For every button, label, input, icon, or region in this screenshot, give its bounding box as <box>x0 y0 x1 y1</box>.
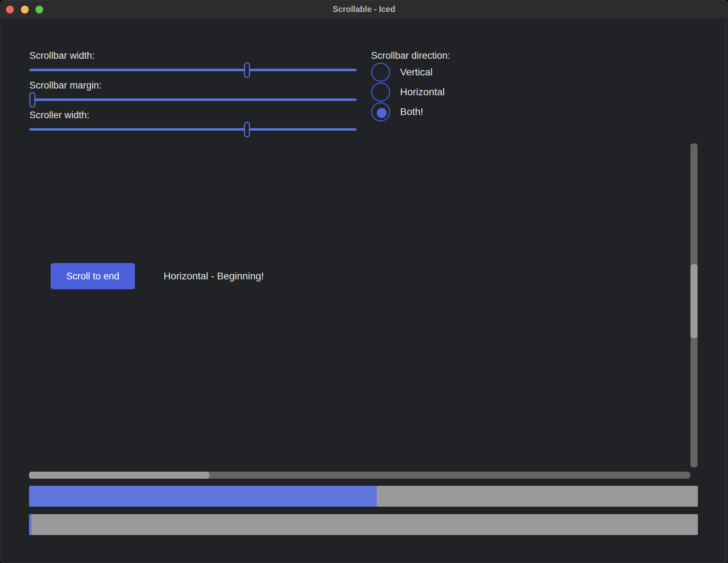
scroll-to-end-button[interactable]: Scroll to end <box>51 263 135 289</box>
radio-circle[interactable] <box>371 63 390 82</box>
radio-both-label: Both! <box>400 106 423 118</box>
radio-selected-dot <box>377 108 387 118</box>
progress-fill <box>29 486 377 507</box>
horizontal-scrollbar-thumb[interactable] <box>29 472 209 479</box>
slider-handle[interactable] <box>29 92 35 108</box>
slider-track[interactable] <box>29 69 357 71</box>
title-bar: Scrollable - Iced <box>0 0 728 19</box>
radio-circle[interactable] <box>371 83 390 102</box>
scrollbar-margin-label: Scrollbar margin: <box>29 80 102 91</box>
scroller-width-slider[interactable] <box>29 122 357 137</box>
radio-circle[interactable] <box>371 102 390 121</box>
radio-vertical-label: Vertical <box>400 67 433 78</box>
scrollbar-direction-label: Scrollbar direction: <box>371 50 450 61</box>
vertical-scrollbar-track[interactable] <box>690 143 698 467</box>
scroller-width-label: Scroller width: <box>29 109 90 121</box>
vertical-progress-bar <box>29 514 698 535</box>
app-window: Scrollable - Iced Scrollbar width: Scrol… <box>0 0 728 563</box>
radio-horizontal-label: Horizontal <box>400 86 445 98</box>
scrollbar-width-label: Scrollbar width: <box>29 50 95 61</box>
slider-handle[interactable] <box>244 62 250 78</box>
scroll-status-text: Horizontal - Beginning! <box>164 271 264 282</box>
vertical-scrollbar-thumb[interactable] <box>690 264 698 338</box>
scrollbar-margin-slider[interactable] <box>29 92 357 108</box>
slider-track[interactable] <box>29 128 357 131</box>
slider-track[interactable] <box>29 98 357 101</box>
horizontal-progress-bar <box>29 486 698 507</box>
scrollbar-width-slider[interactable] <box>29 62 357 78</box>
window-right-edge <box>725 18 726 563</box>
horizontal-scrollbar-track[interactable] <box>29 472 690 479</box>
progress-fill <box>29 514 32 535</box>
slider-handle[interactable] <box>244 122 250 137</box>
window-title: Scrollable - Iced <box>0 0 728 18</box>
